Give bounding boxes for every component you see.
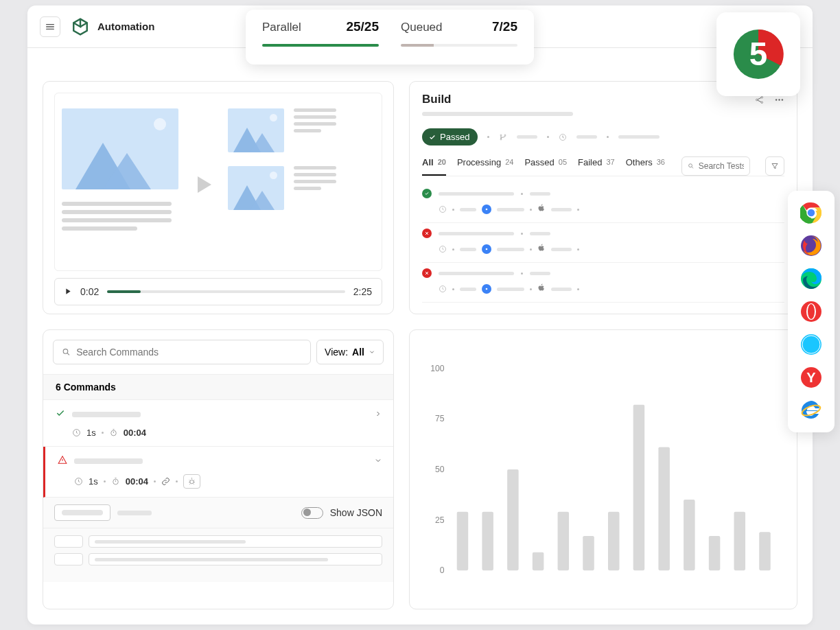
edge-icon[interactable]	[799, 266, 824, 291]
browser-dot-icon	[482, 284, 491, 294]
svg-point-60	[808, 304, 815, 319]
svg-point-18	[689, 164, 692, 167]
play-overlay-icon[interactable]	[191, 172, 215, 197]
mountain-icon	[62, 108, 178, 189]
svg-point-10	[761, 102, 763, 104]
parallel-bar	[262, 44, 379, 47]
search-icon	[62, 347, 71, 357]
video-preview-area	[54, 93, 382, 271]
clock-icon	[439, 245, 447, 253]
clock-icon	[439, 205, 447, 213]
filter-button[interactable]	[765, 156, 784, 176]
svg-rect-50	[759, 532, 771, 570]
build-panel: Build Passed	[409, 81, 797, 314]
chrome-icon[interactable]	[799, 200, 824, 225]
step-number-icon: 5	[730, 26, 786, 82]
json-toggle-label: Show JSON	[330, 507, 382, 518]
command-search[interactable]	[53, 340, 311, 364]
tab-failed[interactable]: Failed37	[578, 157, 615, 176]
clock-icon	[439, 285, 447, 293]
yandex-icon[interactable]: Y	[799, 365, 824, 390]
test-item[interactable]	[422, 223, 784, 263]
debug-button[interactable]	[183, 474, 200, 489]
warning-icon	[58, 455, 67, 467]
test-item[interactable]	[422, 183, 784, 223]
commands-panel: View: All 6 Commands 1s 00:04	[43, 329, 394, 609]
safari-icon[interactable]	[799, 332, 824, 357]
svg-rect-45	[633, 405, 645, 570]
svg-marker-7	[66, 288, 70, 294]
command-item[interactable]: 1s 00:04	[43, 400, 393, 447]
tab-passed[interactable]: Passed05	[524, 157, 567, 176]
opera-icon[interactable]	[799, 299, 824, 324]
svg-rect-40	[507, 469, 519, 570]
build-title: Build	[422, 93, 452, 106]
ie-icon[interactable]	[799, 398, 824, 423]
svg-point-12	[779, 99, 780, 100]
view-selector[interactable]: View: All	[316, 340, 384, 364]
thumbnail-large	[62, 108, 178, 189]
current-time: 0:02	[80, 286, 99, 297]
clock-icon	[74, 477, 83, 486]
chart-panel: 0255075100	[409, 329, 797, 609]
test-search[interactable]	[681, 156, 750, 176]
command-search-input[interactable]	[76, 347, 302, 358]
svg-point-11	[775, 99, 777, 100]
check-icon	[429, 134, 436, 141]
apple-icon	[537, 283, 546, 295]
play-icon[interactable]	[65, 285, 72, 298]
test-item[interactable]	[422, 263, 784, 303]
svg-point-24	[486, 288, 488, 290]
thumbnail-small	[228, 166, 284, 210]
svg-rect-42	[558, 512, 570, 570]
test-list	[422, 183, 784, 303]
status-pill: Passed	[422, 128, 478, 145]
apple-icon	[537, 243, 546, 255]
check-icon	[56, 408, 65, 421]
parallel-value: 25/25	[346, 19, 379, 34]
fail-status-icon	[422, 229, 432, 238]
svg-rect-38	[457, 512, 469, 570]
progress-track[interactable]	[107, 290, 345, 293]
build-tabs: All20Processing24Passed05Failed37Others3…	[422, 156, 784, 176]
svg-point-16	[504, 135, 506, 136]
svg-text:50: 50	[435, 465, 445, 474]
svg-rect-46	[658, 447, 670, 571]
svg-rect-47	[684, 500, 695, 570]
tab-others[interactable]: Others36	[626, 157, 665, 176]
branch-icon	[499, 133, 507, 141]
command-count: 6 Commands	[43, 374, 393, 400]
chevron-down-icon	[369, 349, 375, 355]
svg-text:5: 5	[749, 36, 767, 72]
command-item-error[interactable]: 1s 00:04	[43, 447, 393, 498]
svg-point-8	[756, 99, 758, 101]
svg-rect-48	[709, 536, 721, 570]
pass-status-icon	[422, 189, 432, 198]
video-playbar: 0:02 2:25	[54, 278, 382, 305]
svg-point-15	[500, 139, 502, 140]
status-card: Parallel 25/25 Queued 7/25	[246, 10, 534, 65]
svg-point-13	[782, 99, 783, 100]
tab-all[interactable]: All20	[422, 157, 446, 176]
mountain-icon	[228, 166, 284, 210]
clock-icon	[72, 428, 81, 437]
menu-button[interactable]	[40, 16, 60, 37]
svg-point-14	[500, 135, 502, 136]
json-toggle[interactable]	[301, 507, 323, 519]
link-icon[interactable]	[161, 477, 170, 486]
json-toggle-row: Show JSON	[43, 498, 393, 528]
collapse-icon[interactable]	[374, 455, 382, 467]
svg-point-9	[761, 96, 763, 98]
svg-point-27	[63, 349, 68, 354]
parallel-label: Parallel	[262, 21, 301, 34]
svg-point-61	[801, 334, 821, 355]
expand-icon[interactable]	[374, 408, 382, 421]
tab-processing[interactable]: Processing24	[457, 157, 514, 176]
clock-icon	[559, 133, 567, 141]
firefox-icon[interactable]	[799, 233, 824, 258]
test-search-input[interactable]	[699, 161, 744, 171]
svg-marker-2	[198, 176, 211, 193]
queued-label: Queued	[401, 21, 443, 34]
stopwatch-icon	[111, 477, 120, 486]
total-time: 2:25	[353, 286, 372, 297]
